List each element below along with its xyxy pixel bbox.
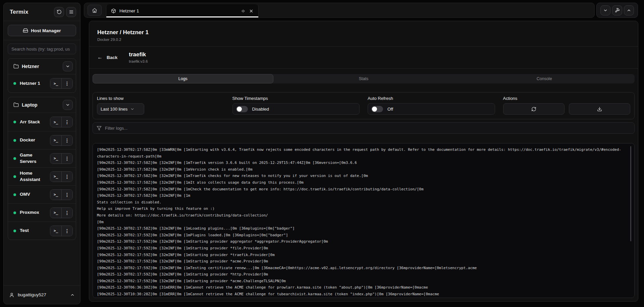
view-tab-stats[interactable]: Stats — [273, 74, 454, 83]
autorefresh-value: Off — [387, 107, 393, 112]
host-name: Arr Stack — [20, 119, 50, 125]
host-terminal-button[interactable]: >_ — [50, 226, 61, 236]
log-line: Help us improve Traefik by turning this … — [97, 205, 630, 212]
host-item[interactable]: Game Servers >_ ⋮ — [8, 149, 76, 167]
host-terminal-button[interactable]: >_ — [50, 172, 61, 182]
download-icon — [597, 107, 602, 112]
lines-select[interactable]: Last 100 lines — [97, 103, 144, 115]
back-button[interactable]: ← Back — [97, 55, 117, 60]
back-arrow-icon: ← — [97, 55, 103, 60]
host-item[interactable]: OMV >_ ⋮ — [8, 185, 76, 203]
host-terminal-button[interactable]: >_ — [50, 208, 61, 218]
host-menu-button[interactable]: ⋮ — [61, 190, 72, 200]
online-status-dot — [13, 211, 16, 214]
host-menu-button[interactable]: ⋮ — [61, 226, 72, 236]
online-status-dot — [13, 230, 16, 232]
host-terminal-button[interactable]: >_ — [50, 78, 61, 88]
app-title: Termix — [10, 9, 54, 15]
host-manager-section: Host Manager — [4, 21, 80, 40]
view-tab-console[interactable]: Console — [454, 74, 635, 83]
search-input[interactable] — [8, 44, 76, 54]
window-controls — [596, 3, 638, 18]
tab-strip: Hetzner 1 — [84, 3, 595, 18]
log-line: [90m2025-12-30T02:17:58Z[0m [32mINF[0m [… — [97, 186, 630, 193]
collapse-down-button[interactable] — [600, 5, 610, 15]
autorefresh-switch[interactable] — [371, 106, 383, 112]
chevron-up-icon[interactable] — [70, 293, 75, 297]
host-terminal-button[interactable]: >_ — [50, 135, 61, 145]
back-label: Back — [107, 55, 117, 60]
username: bugattiguy527 — [18, 292, 67, 297]
refresh-hosts-button[interactable] — [54, 7, 64, 17]
download-logs-button[interactable] — [569, 103, 630, 115]
log-output[interactable]: [90m2025-12-30T02:17:58Z[0m [33mWRN[0m [… — [93, 143, 635, 298]
lines-value: Last 100 lines — [101, 107, 127, 112]
log-controls: Lines to show Last 100 lines Show Timest… — [93, 92, 635, 119]
host-item[interactable]: Arr Stack >_ ⋮ — [8, 113, 76, 131]
host-terminal-button[interactable]: >_ — [50, 190, 61, 200]
host-menu-button[interactable]: ⋮ — [61, 172, 72, 182]
chevron-down-icon — [65, 64, 70, 69]
host-menu-button[interactable]: ⋮ — [61, 208, 72, 218]
group-collapse-button[interactable] — [63, 100, 73, 110]
host-terminal-button[interactable]: >_ — [50, 154, 61, 164]
lines-label: Lines to show — [97, 96, 224, 101]
host-item[interactable]: Proxmox >_ ⋮ — [8, 203, 76, 222]
host-item[interactable]: Test >_ ⋮ — [8, 222, 76, 240]
host-terminal-button[interactable]: >_ — [50, 117, 61, 127]
breadcrumb: Hetzner / Hetzner 1 — [97, 29, 630, 36]
log-line: [90m2025-12-30T02:17:58Z[0m [32mINF[0m [… — [97, 179, 630, 186]
host-actions: >_ ⋮ — [50, 78, 73, 89]
chevron-up-icon — [627, 8, 631, 13]
host-menu-button[interactable]: ⋮ — [61, 154, 72, 164]
host-name: Hetzner 1 — [20, 80, 50, 86]
host-menu-button[interactable]: ⋮ — [61, 78, 72, 88]
log-line: Stats collection is disabled. — [97, 199, 630, 206]
host-item[interactable]: Hetzner 1 >_ ⋮ — [8, 74, 76, 93]
host-group-header: Hetzner — [8, 59, 76, 74]
actions-control: Actions — [503, 96, 631, 115]
close-tab-icon[interactable] — [249, 9, 254, 13]
log-line: [90m2025-12-30T02:17:59Z[0m [32mINF[0m [… — [97, 278, 630, 285]
tools-button[interactable] — [612, 5, 622, 15]
host-menu-button[interactable]: ⋮ — [61, 135, 72, 145]
lines-control: Lines to show Last 100 lines — [97, 96, 224, 115]
sidebar-menu-button[interactable] — [66, 7, 76, 17]
host-manager-button[interactable]: Host Manager — [8, 25, 76, 36]
host-menu-button[interactable]: ⋮ — [61, 117, 72, 127]
log-scrollbar[interactable] — [630, 146, 631, 241]
host-item[interactable]: Docker >_ ⋮ — [8, 131, 76, 149]
sidebar-footer[interactable]: bugattiguy527 — [4, 285, 80, 304]
terminal-tab[interactable]: Hetzner 1 — [106, 4, 259, 17]
log-line: [90m2025-12-30T02:17:59Z[0m [32mINF[0m [… — [97, 252, 630, 258]
log-line: [90m2025-12-30T02:17:58Z[0m [32mINF[0m [… — [97, 166, 630, 173]
collapse-up-button[interactable] — [624, 5, 634, 15]
host-name: Game Servers — [20, 152, 50, 164]
home-button[interactable] — [88, 5, 102, 16]
autorefresh-control: Auto Refresh Off — [368, 96, 495, 115]
online-status-dot — [13, 121, 16, 123]
container-name: traefik — [129, 51, 148, 58]
log-line: [90m2025-12-30T06:36:30Z[0m [31mERR[0m [… — [97, 284, 630, 291]
log-line: characters-in-request-path[0m — [97, 153, 630, 160]
switch-knob — [372, 107, 377, 112]
user-icon — [9, 292, 14, 298]
host-item[interactable]: Home Assistant >_ ⋮ — [8, 167, 76, 185]
split-view-icon[interactable] — [241, 9, 246, 13]
refresh-logs-button[interactable] — [503, 103, 565, 115]
refresh-icon — [531, 107, 536, 112]
folder-icon — [13, 102, 19, 108]
host-group: Hetzner Hetzner 1 >_ ⋮ — [8, 58, 76, 93]
host-group-name: Laptop — [22, 102, 60, 108]
view-tab-logs[interactable]: Logs — [93, 74, 273, 83]
home-icon — [92, 8, 97, 13]
main-panel: Hetzner / Hetzner 1 Docker 29.0.2 ← Back… — [89, 21, 638, 302]
group-collapse-button[interactable] — [63, 61, 73, 71]
host-name: Docker — [20, 137, 50, 143]
funnel-icon — [97, 126, 102, 131]
filter-logs-input[interactable] — [105, 126, 631, 131]
timestamps-switch[interactable] — [236, 106, 248, 112]
log-line: [90m2025-12-30T02:17:58Z[0m [33mWRN[0m [… — [97, 146, 630, 153]
actions-label: Actions — [503, 96, 631, 101]
log-line: [90m2025-12-30T02:17:58Z[0m [32mINF[0m [… — [97, 225, 630, 232]
